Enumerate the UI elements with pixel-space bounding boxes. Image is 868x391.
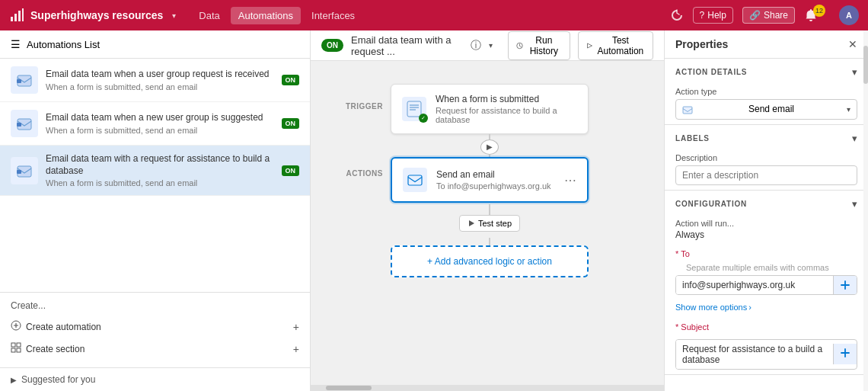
create-section-item[interactable]: Create section + (11, 338, 299, 360)
create-automation-plus-icon[interactable]: + (293, 321, 299, 333)
info-icon[interactable]: ⓘ (471, 39, 481, 53)
svg-rect-1 (14, 14, 17, 21)
sidebar-item-1[interactable]: Email data team when a new user group is… (0, 102, 310, 146)
create-automation-item[interactable]: Create automation + (11, 316, 299, 338)
to-label: * To (675, 249, 857, 258)
trigger-card-title: When a form is submitted (436, 94, 577, 104)
sidebar-item-2-subtitle: When a form is submitted, send an email (46, 178, 274, 187)
test-automation-icon (586, 41, 593, 50)
show-more-label: Show more options (675, 303, 747, 312)
sidebar-item-0-content: Email data team when a user group reques… (46, 69, 274, 91)
properties-scrollbar-track (863, 30, 868, 391)
action-will-run-value: Always (675, 229, 857, 240)
svg-rect-7 (17, 123, 21, 127)
configuration-section: CONFIGURATION ▾ Action will run... Alway… (665, 191, 868, 375)
sidebar-item-2-icon (11, 157, 38, 184)
app-title: Superhighways resources (30, 9, 163, 21)
sidebar-item-2-badge: ON (282, 165, 300, 176)
suggested-for-you[interactable]: ▶ Suggested for you (0, 367, 310, 391)
show-more-options-button[interactable]: Show more options › (665, 300, 868, 318)
nav-interfaces[interactable]: Interfaces (304, 7, 362, 24)
add-action-button[interactable]: + Add advanced logic or action (391, 245, 589, 277)
sidebar-item-0-icon (11, 66, 38, 94)
canvas-horizontal-scrollbar[interactable] (311, 385, 664, 391)
configuration-collapse-icon[interactable]: ▾ (852, 198, 857, 210)
svg-rect-2 (18, 11, 21, 21)
sidebar-item-0[interactable]: Email data team when a user group reques… (0, 59, 310, 102)
notification-badge: 12 (813, 5, 825, 17)
run-history-button[interactable]: Run History (508, 31, 570, 60)
sidebar-item-1-content: Email data team when a new user group is… (46, 112, 274, 135)
run-history-icon (516, 41, 523, 50)
svg-rect-5 (17, 79, 21, 83)
svg-rect-13 (11, 348, 15, 352)
sidebar-item-1-badge: ON (282, 118, 300, 129)
canvas-title-dropdown-icon[interactable]: ▾ (489, 41, 493, 50)
sidebar-item-1-title: Email data team when a new user group is… (46, 112, 274, 124)
app-chevron-icon[interactable]: ▾ (172, 11, 176, 20)
action-card-content: Send an email To info@superhighways.org.… (436, 169, 551, 191)
nav-data[interactable]: Data (191, 7, 227, 24)
properties-close-button[interactable]: ✕ (848, 38, 857, 50)
create-section-label: Create section (26, 344, 85, 354)
sidebar-item-0-badge: ON (282, 75, 300, 85)
notification-area: 12 (804, 8, 830, 22)
create-label: Create... (11, 300, 299, 311)
sidebar-header: ☰ Automations List (0, 30, 310, 59)
subject-add-button[interactable] (833, 344, 857, 364)
description-input[interactable] (675, 165, 857, 185)
top-nav: Superhighways resources ▾ Data Automatio… (0, 0, 868, 30)
create-automation-icon (11, 320, 21, 333)
vert-line-4 (489, 238, 490, 245)
suggested-chevron-icon: ▶ (11, 376, 17, 384)
labels-collapse-icon[interactable]: ▾ (852, 133, 857, 144)
canvas-title: Email data team with a request ... (351, 34, 463, 57)
action-type-select[interactable]: Send email ▾ (675, 99, 857, 120)
action-type-field: Action type Send email ▾ (665, 82, 868, 124)
subject-label: * Subject (675, 322, 857, 332)
share-button[interactable]: 🔗 Share (742, 7, 795, 24)
avatar-initials: A (839, 5, 859, 25)
help-circle-icon: ? (700, 10, 705, 21)
sidebar-item-0-title: Email data team when a user group reques… (46, 69, 274, 81)
test-step-button[interactable]: Test step (459, 215, 520, 232)
play-button-1[interactable]: ▶ (480, 139, 499, 155)
action-will-run-label: Action will run... (675, 219, 857, 228)
properties-title: Properties (675, 38, 728, 50)
svg-rect-22 (683, 107, 692, 114)
test-step-label: Test step (478, 219, 512, 228)
nav-automations[interactable]: Automations (231, 7, 301, 24)
action-details-collapse-icon[interactable]: ▾ (852, 66, 857, 78)
hamburger-icon[interactable]: ☰ (11, 38, 21, 50)
flow-labels-col: TRIGGER ACTIONS (333, 84, 391, 277)
test-automation-label: Test Automation (596, 35, 645, 56)
show-more-chevron-icon: › (748, 303, 752, 312)
svg-rect-9 (17, 170, 21, 174)
help-button[interactable]: ? Help (693, 7, 733, 24)
on-toggle[interactable]: ON (321, 39, 343, 52)
nav-links: Data Automations Interfaces (191, 7, 362, 24)
suggested-label: Suggested for you (21, 374, 95, 385)
actions-col-label: ACTIONS (333, 151, 391, 195)
action-card-subtitle: To info@superhighways.org.uk (436, 181, 551, 191)
add-action-label: + Add advanced logic or action (427, 256, 552, 267)
share-icon: 🔗 (749, 10, 761, 21)
test-automation-button[interactable]: Test Automation (578, 31, 653, 60)
action-card-menu-icon[interactable]: ⋯ (564, 173, 576, 187)
trigger-card[interactable]: ✓ When a form is submitted Request for a… (391, 84, 589, 134)
create-section-plus-icon[interactable]: + (293, 343, 299, 355)
svg-rect-14 (17, 348, 21, 352)
history-icon[interactable] (670, 8, 684, 22)
user-avatar[interactable]: A (839, 5, 859, 25)
properties-scrollbar-thumb (863, 46, 868, 84)
action-details-header: ACTION DETAILS ▾ (665, 59, 868, 82)
sidebar-item-1-icon (11, 110, 38, 137)
sidebar-item-2[interactable]: Email data team with a request for assis… (0, 146, 310, 196)
sidebar-item-2-title: Email data team with a request for assis… (46, 153, 274, 177)
to-email-add-button[interactable] (833, 276, 857, 294)
add-subject-icon (840, 348, 850, 358)
svg-rect-11 (11, 343, 15, 347)
action-card[interactable]: Send an email To info@superhighways.org.… (391, 157, 589, 203)
create-section-icon (11, 342, 21, 355)
properties-panel: Properties ✕ ACTION DETAILS ▾ Action typ… (664, 30, 868, 391)
